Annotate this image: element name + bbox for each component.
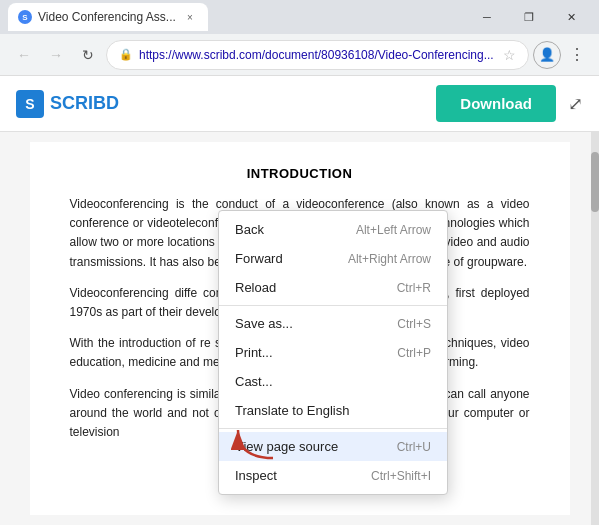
refresh-button[interactable]: ↻ <box>74 41 102 69</box>
download-button[interactable]: Download <box>436 85 556 122</box>
context-menu-back[interactable]: Back Alt+Left Arrow <box>219 215 447 244</box>
scribd-logo-icon: S <box>16 90 44 118</box>
window-controls: ─ ❐ ✕ <box>467 0 591 34</box>
content-area: INTRODUCTION Videoconferencing is the co… <box>0 132 599 525</box>
minimize-button[interactable]: ─ <box>467 0 507 34</box>
secure-icon: 🔒 <box>119 48 133 61</box>
scrollbar[interactable] <box>591 132 599 525</box>
scribd-header: S SCRIBD Download ⤢ <box>0 76 599 132</box>
tab-favicon: S <box>18 10 32 24</box>
scribd-logo-text: SCRIBD <box>50 93 119 114</box>
arrow-svg <box>218 420 278 460</box>
context-menu-forward[interactable]: Forward Alt+Right Arrow <box>219 244 447 273</box>
tab-title: Video Conferencing Ass... <box>38 10 176 24</box>
context-menu-print[interactable]: Print... Ctrl+P <box>219 338 447 367</box>
back-button[interactable]: ← <box>10 41 38 69</box>
close-button[interactable]: ✕ <box>551 0 591 34</box>
browser-tab[interactable]: S Video Conferencing Ass... × <box>8 3 208 31</box>
context-menu-reload[interactable]: Reload Ctrl+R <box>219 273 447 302</box>
bookmark-icon[interactable]: ☆ <box>503 47 516 63</box>
arrow-indicator <box>218 420 278 463</box>
context-menu-save[interactable]: Save as... Ctrl+S <box>219 309 447 338</box>
tab-close-button[interactable]: × <box>182 9 198 25</box>
title-bar: S Video Conferencing Ass... × ─ ❐ ✕ <box>0 0 599 34</box>
context-menu-cast[interactable]: Cast... <box>219 367 447 396</box>
address-bar: ← → ↻ 🔒 https://www.scribd.com/document/… <box>0 34 599 76</box>
forward-button[interactable]: → <box>42 41 70 69</box>
user-account-icon[interactable]: 👤 <box>533 41 561 69</box>
browser-menu-icon[interactable]: ⋮ <box>565 41 589 68</box>
url-text: https://www.scribd.com/document/80936108… <box>139 48 497 62</box>
scrollbar-thumb[interactable] <box>591 152 599 212</box>
restore-button[interactable]: ❐ <box>509 0 549 34</box>
fullscreen-icon[interactable]: ⤢ <box>568 93 583 115</box>
scribd-logo[interactable]: S SCRIBD <box>16 90 119 118</box>
context-menu-inspect[interactable]: Inspect Ctrl+Shift+I <box>219 461 447 490</box>
context-menu-divider-1 <box>219 305 447 306</box>
document-title: INTRODUCTION <box>70 166 530 181</box>
url-bar[interactable]: 🔒 https://www.scribd.com/document/809361… <box>106 40 529 70</box>
